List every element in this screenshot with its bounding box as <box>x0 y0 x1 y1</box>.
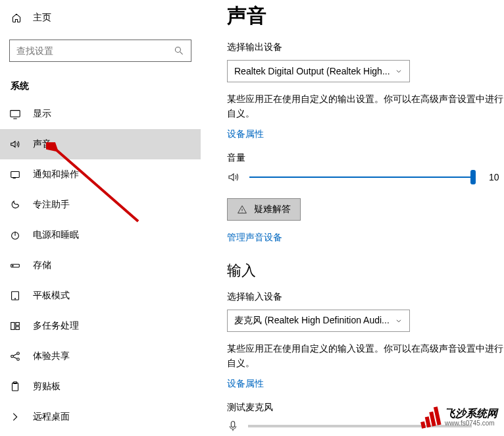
sidebar-item-label: 多任务处理 <box>33 320 79 332</box>
svg-rect-2 <box>11 172 20 178</box>
home-link[interactable]: 主页 <box>0 8 201 28</box>
watermark-url: www.fs0745.com <box>445 420 497 427</box>
search-icon <box>174 45 184 56</box>
sidebar: 主页 系统 显示 声音 通知和操作 专注助手 电源和睡眠 存储 平板模式 多任务 <box>0 0 201 436</box>
input-heading: 输入 <box>227 261 504 281</box>
output-props-link[interactable]: 设备属性 <box>227 128 264 140</box>
svg-rect-9 <box>16 323 19 326</box>
chevron-down-icon <box>395 67 403 75</box>
mic-icon <box>227 420 239 432</box>
sidebar-item-label: 平板模式 <box>33 290 70 302</box>
input-device-value: 麦克风 (Realtek High Definition Audi... <box>234 315 390 327</box>
home-label: 主页 <box>33 12 51 24</box>
sidebar-item-label: 体验共享 <box>33 350 70 362</box>
volume-slider-thumb[interactable] <box>470 170 476 184</box>
sidebar-item-label: 显示 <box>33 108 51 120</box>
warning-icon <box>237 204 247 215</box>
tablet-icon <box>9 290 21 302</box>
chevron-down-icon <box>395 317 403 325</box>
sidebar-item-tablet[interactable]: 平板模式 <box>0 281 201 311</box>
multitask-icon <box>9 320 21 332</box>
svg-point-5 <box>13 265 13 266</box>
svg-rect-1 <box>11 111 20 117</box>
watermark-logo <box>418 406 441 429</box>
svg-rect-14 <box>13 383 18 391</box>
sound-icon <box>9 138 21 150</box>
volume-slider[interactable] <box>249 177 473 178</box>
input-props-link[interactable]: 设备属性 <box>227 378 264 390</box>
sidebar-item-share[interactable]: 体验共享 <box>0 341 201 371</box>
main-content: 声音 选择输出设备 Realtek Digital Output (Realte… <box>227 0 504 436</box>
svg-point-13 <box>17 358 20 361</box>
sidebar-item-label: 存储 <box>33 259 51 271</box>
sidebar-item-focus[interactable]: 专注助手 <box>0 190 201 220</box>
sidebar-item-display[interactable]: 显示 <box>0 99 201 129</box>
sidebar-item-power[interactable]: 电源和睡眠 <box>0 220 201 250</box>
section-label: 系统 <box>0 71 201 99</box>
volume-value: 10 <box>489 172 499 182</box>
sidebar-item-label: 通知和操作 <box>33 169 79 180</box>
output-device-select[interactable]: Realtek Digital Output (Realtek High... <box>227 60 410 82</box>
svg-point-7 <box>14 298 15 299</box>
svg-point-11 <box>11 355 14 358</box>
input-note: 某些应用正在使用自定义的输入设置。你可以在高级声音设置中进行自义。 <box>227 341 504 371</box>
home-icon <box>11 12 22 24</box>
svg-point-12 <box>17 352 20 355</box>
svg-point-0 <box>175 47 180 52</box>
troubleshoot-label: 疑难解答 <box>254 204 291 215</box>
sidebar-item-label: 远程桌面 <box>33 411 70 423</box>
output-device-label: 选择输出设备 <box>227 41 504 53</box>
focus-icon <box>9 199 21 211</box>
output-note: 某些应用正在使用自定义的输出设置。你可以在高级声音设置中进行自义。 <box>227 92 504 121</box>
search-input[interactable] <box>16 45 174 56</box>
output-troubleshoot-button[interactable]: 疑难解答 <box>227 198 301 221</box>
sidebar-item-label: 专注助手 <box>33 199 70 211</box>
sidebar-item-notifications[interactable]: 通知和操作 <box>0 159 201 190</box>
sidebar-item-clipboard[interactable]: 剪贴板 <box>0 371 201 402</box>
input-device-label: 选择输入设备 <box>227 291 504 303</box>
sidebar-item-label: 剪贴板 <box>33 381 61 393</box>
watermark: 飞沙系统网 www.fs0745.com <box>420 408 497 427</box>
share-icon <box>9 350 21 362</box>
svg-rect-16 <box>231 421 234 427</box>
sidebar-item-storage[interactable]: 存储 <box>0 250 201 281</box>
svg-rect-8 <box>11 323 14 330</box>
watermark-title: 飞沙系统网 <box>445 408 497 420</box>
notifications-icon <box>9 169 21 180</box>
remote-icon <box>9 411 21 423</box>
page-title: 声音 <box>227 3 504 30</box>
output-device-value: Realtek Digital Output (Realtek High... <box>234 66 390 76</box>
clipboard-icon <box>9 381 21 393</box>
sidebar-item-sound[interactable]: 声音 <box>0 129 201 159</box>
sidebar-item-remote[interactable]: 远程桌面 <box>0 402 201 432</box>
svg-rect-10 <box>16 327 19 330</box>
power-icon <box>9 229 21 241</box>
sidebar-item-multitask[interactable]: 多任务处理 <box>0 311 201 341</box>
manage-devices-link[interactable]: 管理声音设备 <box>227 232 282 244</box>
display-icon <box>9 108 21 120</box>
input-device-select[interactable]: 麦克风 (Realtek High Definition Audi... <box>227 310 410 332</box>
storage-icon <box>9 259 21 271</box>
volume-label: 音量 <box>227 152 504 164</box>
volume-row: 10 <box>227 171 504 184</box>
volume-icon[interactable] <box>227 171 240 184</box>
sidebar-item-label: 电源和睡眠 <box>33 229 79 241</box>
search-box[interactable] <box>9 40 191 62</box>
sidebar-item-label: 声音 <box>33 138 51 150</box>
